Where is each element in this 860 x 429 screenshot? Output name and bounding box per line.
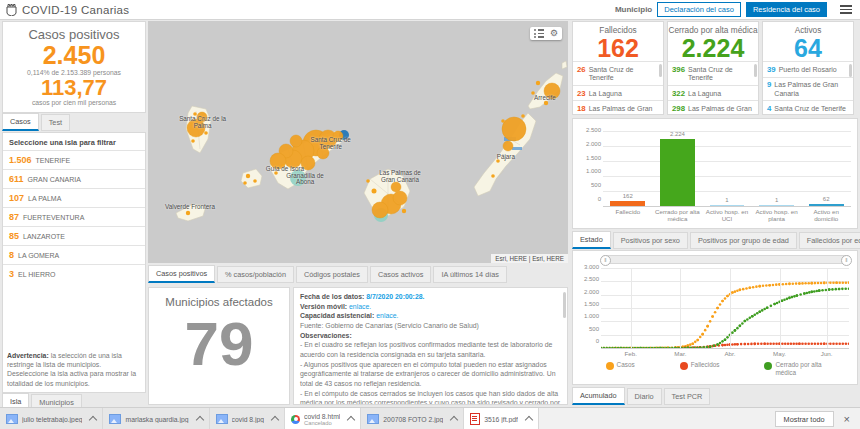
acumulado-line-chart: ‖ ‖ 3.0002.5002.000 1.5001.000500 0 Feb.… xyxy=(572,250,858,385)
list-item[interactable]: 4Santa Cruz de Tenerife xyxy=(763,100,853,115)
list-item[interactable]: 9Las Palmas de Gran Canaria xyxy=(763,77,853,101)
municipios-afectados-card: Municipios afectados 79 xyxy=(148,287,290,405)
bar-activo-domicilio[interactable] xyxy=(809,204,844,206)
chevron-up-icon[interactable] xyxy=(271,416,279,424)
card-scrollbar[interactable] xyxy=(754,64,757,77)
island-count: 107 xyxy=(9,193,24,203)
island-row-la-palma[interactable]: 107LA PALMA xyxy=(3,188,145,207)
bar-x-axis: Fallecido Cerrado por alta médica Activo… xyxy=(603,208,851,222)
observaciones-label: Observaciones: xyxy=(300,332,352,339)
legend-cerrado[interactable]: Cerrado por alta médica xyxy=(764,361,830,376)
tab-test-pcr[interactable]: Test PCR xyxy=(664,388,711,405)
chevron-up-icon[interactable] xyxy=(450,416,458,424)
bar-y-axis: 2.5002.0001.500 1.0005000 xyxy=(575,127,601,202)
line-chart-tabs: Acumulado Diario Test PCR xyxy=(572,387,710,405)
chevron-up-icon[interactable] xyxy=(525,416,533,424)
tab-casos-activos[interactable]: Casos activos xyxy=(370,266,431,283)
legend-casos[interactable]: Casos xyxy=(606,361,635,376)
info-panel: Fecha de los datos: 8/7/2020 20:00:28. V… xyxy=(293,287,568,405)
chart-legend: Casos Fallecidos Cerrado por alta médica xyxy=(583,361,853,376)
legend-icon[interactable] xyxy=(534,29,544,38)
slider-handle-left[interactable]: ‖ xyxy=(600,255,611,266)
time-range-slider[interactable]: ‖ ‖ xyxy=(601,255,851,264)
download-item[interactable]: marlaska guardia.jpg xyxy=(103,408,209,429)
info-scrollbar[interactable] xyxy=(563,292,566,318)
tab-ia-14-dias[interactable]: IA últimos 14 días xyxy=(433,266,507,283)
tab-test[interactable]: Test xyxy=(41,114,70,131)
bar-activo-planta[interactable] xyxy=(759,205,794,207)
island-name: LANZAROTE xyxy=(23,233,65,240)
download-item[interactable]: covid 8.jpg xyxy=(210,408,286,429)
activos-value: 64 xyxy=(763,35,853,61)
download-item[interactable]: julio teletrabajo.jpeg xyxy=(0,408,103,429)
download-item[interactable]: 3516 jft.pdf xyxy=(464,408,539,429)
fecha-label: Fecha de los datos: xyxy=(300,293,364,300)
tab-positivos-edad[interactable]: Positivos por grupo de edad xyxy=(690,232,797,249)
list-item[interactable]: 298Las Palmas de Gran Canaria xyxy=(668,100,758,115)
card-scrollbar[interactable] xyxy=(849,64,852,77)
canary-islands-map[interactable]: Santa Cruz de la PalmaValverde FronteraG… xyxy=(148,21,568,263)
image-file-icon xyxy=(216,414,228,424)
tab-fallecidos-edad-sexo[interactable]: Fallecidos por edad y sexo xyxy=(799,232,860,249)
version-label: Versión móvil: xyxy=(300,303,347,310)
tab-casos-poblacion[interactable]: % casos/población xyxy=(217,266,294,283)
observacion-3: - En el cómputo de casos cerrados se inc… xyxy=(300,389,561,405)
map-toolbar: ⚙ xyxy=(530,27,562,40)
island-name: EL HIERRO xyxy=(18,271,55,278)
bar-fallecido[interactable] xyxy=(610,201,645,206)
download-item[interactable]: covid 8.htmlCancelado xyxy=(285,408,361,429)
bar-cerrado[interactable] xyxy=(660,139,695,206)
settings-gear-icon[interactable]: ⚙ xyxy=(550,29,558,38)
warning-text: Advertencia: la selección de una isla re… xyxy=(7,351,141,388)
map-attribution: Esri, HERE | Esri, HERE xyxy=(491,254,568,263)
tab-estado[interactable]: Estado xyxy=(572,231,611,249)
island-row-lanzarote[interactable]: 85LANZAROTE xyxy=(3,226,145,245)
tab-diario[interactable]: Diario xyxy=(627,388,662,405)
island-name: LA GOMERA xyxy=(18,252,59,259)
tab-acumulado[interactable]: Acumulado xyxy=(572,387,625,405)
tab-codigos-postales[interactable]: Códigos postales xyxy=(296,266,368,283)
pdf-file-icon xyxy=(470,413,480,425)
chevron-up-icon[interactable] xyxy=(89,416,97,424)
residencia-del-caso-button[interactable]: Residencia del caso xyxy=(746,2,827,17)
close-download-bar-icon[interactable]: × xyxy=(844,413,850,425)
capacidad-label: Capacidad asistencial: xyxy=(300,312,374,319)
island-name: LA PALMA xyxy=(28,195,61,202)
hamburger-menu-icon[interactable] xyxy=(840,5,852,14)
declaracion-del-caso-button[interactable]: Declaración del caso xyxy=(657,2,741,17)
chevron-up-icon[interactable] xyxy=(347,416,355,424)
list-item[interactable]: 322La Laguna xyxy=(668,85,758,100)
island-row-gran-canaria[interactable]: 611GRAN CANARIA xyxy=(3,169,145,188)
municipios-afectados-value: 79 xyxy=(149,308,289,379)
island-row-el-hierro[interactable]: 3EL HIERRO xyxy=(3,264,145,283)
list-item[interactable]: 26Santa Cruz de Tenerife xyxy=(573,61,663,85)
image-file-icon xyxy=(367,414,379,424)
estado-bar-chart: 2.5002.0001.500 1.0005000 162 2.224 1 1 … xyxy=(572,118,858,229)
tab-positivos-sexo[interactable]: Positivos por sexo xyxy=(613,232,688,249)
tab-casos-positivos[interactable]: Casos positivos xyxy=(148,265,215,283)
chevron-up-icon[interactable] xyxy=(195,416,203,424)
list-item[interactable]: 23La Laguna xyxy=(573,85,663,100)
island-name: GRAN CANARIA xyxy=(28,176,81,183)
card-scrollbar[interactable] xyxy=(659,64,662,77)
casos-positivos-card: Casos positivos 2.450 0,114% de 2.153.38… xyxy=(2,21,146,113)
list-item[interactable]: 396Santa Cruz de Tenerife xyxy=(668,61,758,85)
bar-activo-uci[interactable] xyxy=(710,205,745,207)
list-item[interactable]: 18Las Palmas de Gran Canaria xyxy=(573,100,663,115)
island-row-tenerife[interactable]: 1.506TENERIFE xyxy=(3,150,145,169)
show-all-downloads-button[interactable]: Mostrar todo xyxy=(775,411,834,427)
legend-fallecidos[interactable]: Fallecidos xyxy=(680,361,720,376)
island-row-la-gomera[interactable]: 8LA GOMERA xyxy=(3,245,145,264)
capacidad-link[interactable]: enlace. xyxy=(376,312,398,319)
island-count: 8 xyxy=(9,250,14,260)
bar-plot-area: 162 2.224 1 1 62 xyxy=(603,131,851,207)
tab-casos[interactable]: Casos xyxy=(2,113,39,131)
municipios-afectados-title: Municipios afectados xyxy=(149,296,289,308)
island-count: 1.506 xyxy=(9,155,32,165)
slider-handle-right[interactable]: ‖ xyxy=(841,255,852,266)
island-row-fuerteventura[interactable]: 87FUERTEVENTURA xyxy=(3,207,145,226)
download-item[interactable]: 200708 FOTO 2.jpg xyxy=(361,408,464,429)
casos-positivos-value: 2.450 xyxy=(3,42,145,68)
list-item[interactable]: 39Puerto del Rosario xyxy=(763,61,853,76)
version-movil-link[interactable]: enlace. xyxy=(349,303,371,310)
